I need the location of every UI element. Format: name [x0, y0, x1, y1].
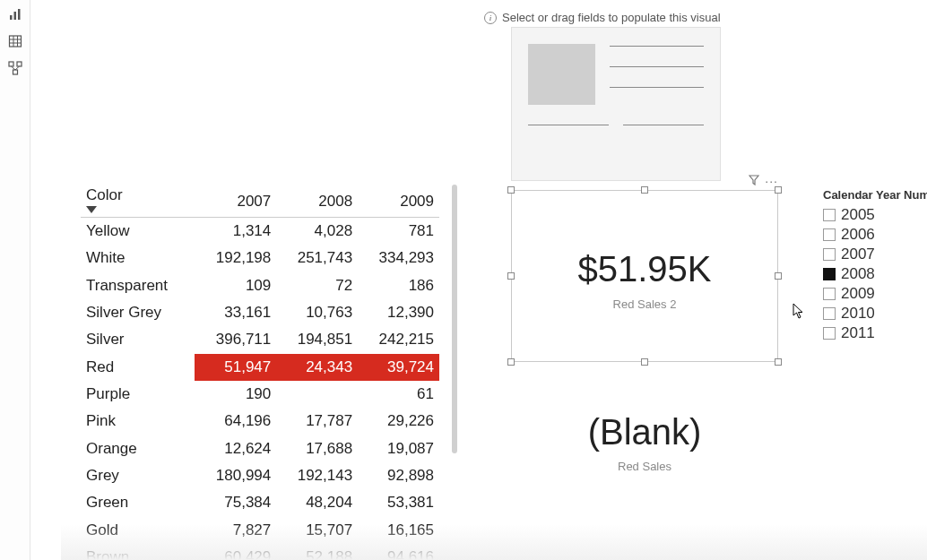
slicer-item-label: 2006 [841, 226, 875, 244]
cell-value: 33,161 [195, 299, 276, 326]
slicer-item[interactable]: 2009 [823, 284, 927, 304]
table-row[interactable]: Transparent10972186 [81, 272, 439, 299]
cell-value: 53,381 [358, 489, 439, 516]
cell-value: 48,204 [276, 489, 358, 516]
cell-value: 186 [358, 272, 439, 299]
resize-handle[interactable] [641, 186, 648, 194]
matrix-row-header[interactable]: Color [81, 183, 195, 218]
resize-handle[interactable] [775, 358, 782, 366]
report-canvas[interactable]: i Select or drag fields to populate this… [30, 0, 927, 560]
matrix-col-header[interactable]: 2007 [195, 183, 276, 218]
table-row[interactable]: Purple19061 [81, 381, 439, 408]
resize-handle[interactable] [641, 358, 648, 366]
table-row[interactable]: Red51,94724,34339,724 [81, 354, 439, 381]
cell-value: 94,616 [358, 544, 439, 560]
cell-value: 12,390 [358, 299, 439, 326]
row-label: Silver Grey [81, 299, 195, 326]
cell-value: 51,947 [195, 354, 276, 381]
slicer-item[interactable]: 2007 [823, 245, 927, 264]
mouse-cursor-icon [793, 303, 805, 319]
placeholder-image-glyph [528, 44, 595, 105]
model-view-icon[interactable] [6, 59, 24, 77]
checkbox-icon[interactable] [823, 307, 836, 320]
table-row[interactable]: Yellow1,3144,028781 [81, 218, 439, 246]
cell-value: 39,724 [358, 354, 439, 381]
checkbox-icon[interactable] [823, 327, 836, 340]
cell-value: 19,087 [358, 435, 439, 462]
slicer-item[interactable]: 2008 [823, 264, 927, 284]
table-row[interactable]: Grey180,994192,14392,898 [81, 462, 439, 489]
table-row[interactable]: Green75,38448,20453,381 [81, 489, 439, 516]
resize-handle[interactable] [775, 186, 782, 194]
slicer-item-label: 2005 [841, 206, 875, 224]
matrix-scrollbar[interactable] [452, 185, 457, 538]
slicer-item-label: 2008 [841, 265, 875, 283]
report-view-icon[interactable] [6, 5, 24, 23]
table-row[interactable]: Silver396,711194,851242,215 [81, 326, 439, 353]
slicer-item-label: 2009 [841, 285, 875, 303]
matrix-col-header[interactable]: 2009 [358, 183, 439, 218]
checkbox-icon[interactable] [823, 248, 836, 261]
year-slicer[interactable]: Calendar Year Number 2005200620072008200… [823, 188, 927, 343]
cell-value: 92,898 [358, 462, 439, 489]
card-value: $51.95K [511, 249, 778, 289]
data-view-icon[interactable] [6, 32, 24, 50]
cell-value: 17,787 [276, 408, 358, 435]
cell-value: 52,188 [276, 544, 358, 560]
row-label: Orange [81, 435, 195, 462]
svg-rect-9 [17, 62, 22, 66]
placeholder-line [610, 87, 704, 88]
row-label: Green [81, 489, 195, 516]
resize-handle[interactable] [507, 186, 515, 194]
matrix-scrollbar-thumb[interactable] [452, 185, 457, 453]
table-row[interactable]: Brown60,42952,18894,616 [81, 544, 439, 560]
checkbox-icon[interactable] [823, 268, 836, 280]
table-row[interactable]: Gold7,82715,70716,165 [81, 517, 439, 544]
slicer-item-label: 2011 [841, 324, 875, 342]
visual-hint: i Select or drag fields to populate this… [484, 11, 721, 24]
slicer-title: Calendar Year Number [823, 188, 927, 202]
slicer-item[interactable]: 2011 [823, 323, 927, 343]
cell-value: 61 [358, 381, 439, 408]
view-rail [0, 0, 30, 560]
cell-value: 16,165 [358, 517, 439, 544]
placeholder-line [528, 125, 609, 125]
cell-value: 4,028 [276, 218, 358, 246]
filter-icon[interactable] [749, 174, 759, 188]
slicer-item[interactable]: 2005 [823, 205, 927, 225]
card-value: (Blank) [511, 412, 778, 452]
checkbox-icon[interactable] [823, 209, 836, 221]
svg-rect-1 [13, 12, 16, 20]
table-row[interactable]: Pink64,19617,78729,226 [81, 408, 439, 435]
checkbox-icon[interactable] [823, 228, 836, 241]
table-row[interactable]: White192,198251,743334,293 [81, 245, 439, 271]
cell-value: 251,743 [276, 245, 358, 271]
cell-value: 15,707 [276, 517, 358, 544]
matrix-col-header[interactable]: 2008 [276, 183, 358, 218]
checkbox-icon[interactable] [823, 288, 836, 300]
slicer-item-label: 2007 [841, 246, 875, 263]
placeholder-visual[interactable] [511, 27, 721, 181]
card-visual-red-sales[interactable]: (Blank) Red Sales [511, 412, 778, 473]
row-label: Yellow [81, 218, 195, 246]
sort-descending-icon[interactable] [86, 206, 97, 213]
cell-value: 29,226 [358, 408, 439, 435]
matrix-header-row: Color 2007 2008 2009 [81, 183, 439, 218]
svg-rect-10 [13, 70, 17, 74]
cell-value: 396,711 [195, 326, 276, 353]
slicer-item[interactable]: 2010 [823, 304, 927, 323]
card-label: Red Sales 2 [511, 297, 778, 311]
cell-value: 12,624 [195, 435, 276, 462]
cell-value: 180,994 [195, 462, 276, 489]
cell-value: 109 [195, 272, 276, 299]
cell-value: 194,851 [276, 326, 358, 353]
cell-value: 190 [195, 381, 276, 408]
cell-value: 7,827 [195, 517, 276, 544]
card-visual-red-sales-2[interactable]: ··· $51.95K Red Sales 2 [511, 190, 778, 362]
resize-handle[interactable] [507, 358, 515, 366]
slicer-item[interactable]: 2006 [823, 225, 927, 245]
matrix-visual[interactable]: Color 2007 2008 2009 Yellow1,3144,028781… [81, 183, 457, 541]
table-row[interactable]: Silver Grey33,16110,76312,390 [81, 299, 439, 326]
table-row[interactable]: Orange12,62417,68819,087 [81, 435, 439, 462]
row-label: Brown [81, 544, 195, 560]
